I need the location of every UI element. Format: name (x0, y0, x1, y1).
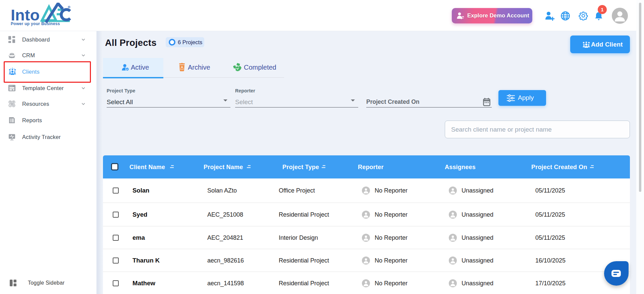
svg-text:Power up your Business: Power up your Business (11, 21, 60, 26)
